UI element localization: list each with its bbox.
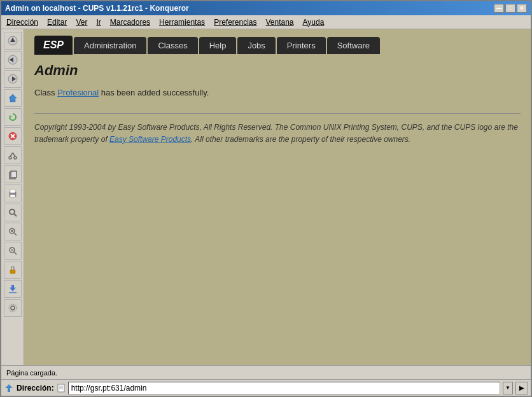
gear-icon — [8, 303, 18, 313]
page-icon — [57, 384, 66, 393]
svg-rect-31 — [11, 285, 14, 288]
address-input[interactable] — [68, 382, 500, 394]
address-dropdown[interactable]: ▼ — [503, 382, 513, 394]
svg-line-14 — [13, 153, 15, 157]
search-button[interactable] — [4, 204, 22, 221]
home-button[interactable] — [4, 89, 22, 107]
stop-button[interactable] — [4, 127, 22, 145]
svg-line-27 — [14, 252, 17, 254]
zoom-out-button[interactable] — [4, 242, 22, 260]
go-up-button[interactable] — [4, 32, 22, 50]
menu-herramientas[interactable]: Herramientas — [157, 17, 207, 27]
menu-marcadores[interactable]: Marcadores — [108, 17, 153, 27]
svg-rect-18 — [10, 190, 15, 193]
svg-marker-35 — [5, 384, 13, 392]
go-forward-button[interactable] — [4, 70, 22, 88]
go-up-icon — [8, 36, 18, 46]
menu-direccion[interactable]: Dirección — [4, 17, 41, 27]
nav-tabs: ESP Administration Classes Help Jobs Pri… — [34, 36, 521, 55]
content-divider — [34, 113, 521, 114]
zoom-in-icon — [8, 226, 18, 237]
minimize-button[interactable]: — — [494, 4, 504, 13]
page-title: Admin — [34, 62, 521, 79]
svg-point-20 — [10, 209, 15, 214]
esp-link[interactable]: Easy Software Products — [109, 135, 191, 144]
copy-button[interactable] — [4, 165, 22, 183]
success-suffix: has been added successfully. — [99, 88, 209, 97]
address-go[interactable]: ▶ — [515, 382, 528, 394]
svg-marker-7 — [10, 115, 12, 118]
class-link[interactable]: Profesional — [57, 88, 99, 97]
home-icon — [8, 93, 18, 103]
svg-line-13 — [10, 153, 13, 157]
svg-point-12 — [14, 157, 17, 159]
stop-icon — [8, 131, 18, 141]
close-button[interactable]: ✕ — [517, 4, 527, 13]
go-button-icon — [4, 383, 14, 393]
go-forward-icon — [8, 74, 18, 84]
cut-button[interactable] — [4, 146, 22, 164]
settings-button[interactable] — [4, 299, 22, 317]
main-window: Admin on localhost - CUPS v1.1.21rc1 - K… — [0, 0, 532, 397]
window-title: Admin on localhost - CUPS v1.1.21rc1 - K… — [5, 4, 189, 13]
print-button[interactable] — [4, 185, 22, 202]
svg-point-33 — [11, 306, 15, 310]
zoom-out-icon — [8, 246, 18, 256]
addressbar: Dirección: ▼ ▶ — [1, 379, 531, 396]
tab-printers[interactable]: Printers — [277, 37, 326, 54]
svg-line-23 — [14, 233, 17, 235]
svg-rect-29 — [10, 270, 15, 274]
security-button[interactable] — [4, 261, 22, 279]
maximize-button[interactable]: □ — [505, 4, 515, 13]
download-icon — [8, 284, 18, 294]
search-icon — [8, 207, 18, 218]
copy-icon — [8, 169, 18, 179]
svg-rect-16 — [11, 171, 17, 178]
download-button[interactable] — [4, 280, 22, 298]
success-message: Class Profesional has been added success… — [34, 87, 521, 106]
svg-line-21 — [14, 214, 17, 216]
success-prefix: Class — [34, 88, 57, 97]
svg-marker-6 — [9, 94, 17, 102]
menu-ventana[interactable]: Ventana — [263, 17, 297, 27]
copyright-suffix: . All other trademarks are the property … — [191, 135, 410, 144]
menu-editar[interactable]: Editar — [45, 17, 69, 27]
titlebar: Admin on localhost - CUPS v1.1.21rc1 - K… — [1, 1, 531, 15]
menu-preferencias[interactable]: Preferencias — [211, 17, 259, 27]
scissors-icon — [8, 150, 18, 160]
reload-icon — [8, 112, 18, 122]
reload-button[interactable] — [4, 108, 22, 126]
go-back-button[interactable] — [4, 51, 22, 69]
go-back-icon — [8, 55, 18, 65]
esp-logo[interactable]: ESP — [34, 36, 73, 55]
main-area: ESP Administration Classes Help Jobs Pri… — [1, 29, 531, 365]
menu-ayuda[interactable]: Ayuda — [300, 17, 327, 27]
menu-ir[interactable]: Ir — [94, 17, 103, 27]
svg-rect-36 — [58, 384, 64, 392]
status-text: Página cargada. — [6, 369, 57, 377]
menu-ver[interactable]: Ver — [73, 17, 90, 27]
address-label: Dirección: — [17, 384, 54, 393]
tab-administration[interactable]: Administration — [74, 37, 146, 54]
copyright-text: Copyright 1993-2004 by Easy Software Pro… — [34, 122, 521, 146]
zoom-in-button[interactable] — [4, 223, 22, 240]
lock-icon — [8, 265, 18, 275]
menubar: Dirección Editar Ver Ir Marcadores Herra… — [1, 15, 531, 29]
tab-software[interactable]: Software — [327, 37, 380, 54]
svg-rect-19 — [10, 195, 15, 197]
sidebar — [1, 29, 24, 365]
tab-jobs[interactable]: Jobs — [237, 37, 275, 54]
statusbar: Página cargada. — [1, 365, 531, 379]
svg-point-11 — [9, 157, 11, 159]
svg-point-34 — [9, 304, 17, 312]
print-icon — [8, 188, 18, 198]
tab-help[interactable]: Help — [199, 37, 237, 54]
browser-content: ESP Administration Classes Help Jobs Pri… — [24, 29, 531, 365]
tab-classes[interactable]: Classes — [148, 37, 197, 54]
titlebar-buttons: — □ ✕ — [494, 4, 527, 13]
